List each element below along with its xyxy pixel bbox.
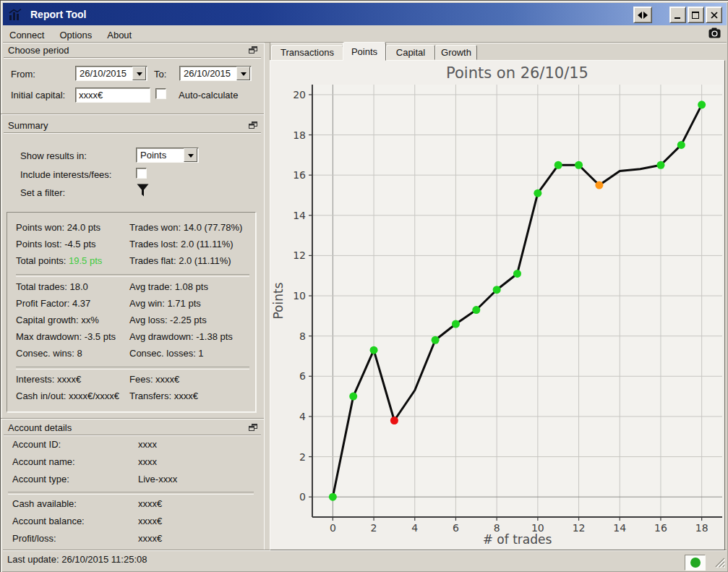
account-separator xyxy=(8,492,254,495)
menu-connect[interactable]: Connect xyxy=(4,28,50,42)
report-tool-window: Report Tool Connect Options About xyxy=(0,0,728,572)
auto-calculate-checkbox[interactable] xyxy=(155,88,166,99)
account-row: Account balance:xxxx€ xyxy=(1,515,261,532)
connection-status-box xyxy=(685,555,706,571)
points-tab-page: 02468101214161802468101214161820Points o… xyxy=(270,60,725,550)
filter-funnel-icon[interactable] xyxy=(137,184,149,200)
total-points-value: 19.5 pts xyxy=(69,255,102,266)
stats-box: Points won: 24.0 ptsTrades won: 14.0 (77… xyxy=(7,212,256,412)
menu-options[interactable]: Options xyxy=(53,28,98,42)
float-pane-icon[interactable] xyxy=(249,46,257,56)
tab-points[interactable]: Points xyxy=(343,42,386,61)
stats-separator xyxy=(16,274,249,277)
resize-button[interactable] xyxy=(633,7,652,23)
chevron-down-icon[interactable] xyxy=(132,67,146,80)
points-chart: 02468101214161802468101214161820Points o… xyxy=(270,61,724,550)
svg-text:12: 12 xyxy=(573,522,586,534)
initial-capital-input[interactable] xyxy=(75,87,150,103)
set-filter-label: Set a filter: xyxy=(20,187,65,198)
tab-capital[interactable]: Capital xyxy=(386,45,435,60)
resize-grip[interactable] xyxy=(713,555,725,570)
menu-about[interactable]: About xyxy=(101,28,137,42)
show-results-value: Points xyxy=(137,150,184,161)
from-label: From: xyxy=(11,69,35,80)
stats-row: Capital growth: xx%Avg loss: -2.25 pts xyxy=(16,314,255,330)
svg-text:0: 0 xyxy=(299,491,306,503)
initial-capital-label: Initial capital: xyxy=(11,90,65,101)
minimize-button[interactable] xyxy=(669,7,686,23)
svg-text:16: 16 xyxy=(654,522,667,534)
connection-status-led-icon xyxy=(690,558,701,568)
svg-text:Points on 26/10/15: Points on 26/10/15 xyxy=(446,64,588,82)
svg-text:10: 10 xyxy=(293,290,306,302)
account-row: Account name:xxxx xyxy=(1,456,261,473)
account-row: Cash available:xxxx€ xyxy=(1,498,261,515)
choose-period-header: Choose period xyxy=(7,45,259,56)
svg-text:6: 6 xyxy=(453,522,459,534)
stats-row: Total trades: 18.0Avg trade: 1.08 pts xyxy=(16,281,255,297)
auto-calculate-label: Auto-calculate xyxy=(179,90,238,101)
horizontal-resize-icon xyxy=(638,12,648,19)
stats-row: Max drawdown: -3.5 ptsAvg drawdown: -1.3… xyxy=(16,330,255,347)
svg-text:12: 12 xyxy=(293,249,306,261)
close-button[interactable] xyxy=(706,7,722,23)
svg-text:8: 8 xyxy=(299,330,306,342)
account-rows: Account ID:xxxxAccount name:xxxxAccount … xyxy=(1,438,261,550)
account-row: Account type:Live-xxxx xyxy=(1,473,261,490)
stats-separator xyxy=(16,367,249,370)
svg-text:4: 4 xyxy=(299,411,306,422)
from-date-combobox[interactable]: 26/10/2015 xyxy=(75,66,147,81)
svg-text:2: 2 xyxy=(371,522,377,534)
show-results-label: Show results in: xyxy=(20,150,87,161)
show-results-combobox[interactable]: Points xyxy=(136,148,199,163)
tab-growth[interactable]: Growth xyxy=(435,45,477,60)
svg-text:4: 4 xyxy=(411,522,418,534)
maximize-icon xyxy=(692,12,700,19)
title-bar[interactable]: Report Tool xyxy=(3,3,727,25)
separator xyxy=(4,132,261,134)
float-pane-icon[interactable] xyxy=(249,121,257,132)
svg-text:18: 18 xyxy=(695,522,708,534)
stats-row: Points won: 24.0 ptsTrades won: 14.0 (77… xyxy=(16,221,255,238)
float-pane-icon[interactable] xyxy=(249,423,257,434)
chevron-down-icon[interactable] xyxy=(184,148,197,162)
svg-text:14: 14 xyxy=(293,210,306,221)
include-fees-checkbox[interactable] xyxy=(136,168,147,179)
to-date-combobox[interactable]: 26/10/2015 xyxy=(179,66,252,81)
choose-period-title: Choose period xyxy=(8,45,69,56)
window-title: Report Tool xyxy=(30,9,87,20)
separator xyxy=(4,57,261,59)
separator xyxy=(4,435,261,436)
include-fees-label: Include interests/fees: xyxy=(20,169,111,180)
maximize-button[interactable] xyxy=(688,7,704,23)
svg-text:6: 6 xyxy=(299,370,306,382)
svg-text:0: 0 xyxy=(330,522,336,534)
pane-separator xyxy=(1,114,264,115)
chevron-down-icon[interactable] xyxy=(236,67,250,80)
app-icon xyxy=(7,7,23,22)
svg-text:16: 16 xyxy=(293,169,306,181)
menu-bar: Connect Options About xyxy=(4,27,726,42)
close-icon xyxy=(711,12,718,19)
account-details-title: Account details xyxy=(8,422,72,433)
stats-row: Cash in/out: xxxx€/xxxx€Transfers: xxxx€ xyxy=(16,390,255,406)
account-details-header: Account details xyxy=(7,422,259,434)
account-row: Account ID:xxxx xyxy=(1,438,261,456)
to-label: To: xyxy=(154,69,166,80)
to-date-value: 26/10/2015 xyxy=(180,68,236,79)
minimize-icon xyxy=(675,12,681,19)
tab-transactions[interactable]: Transactions xyxy=(271,45,343,60)
stats-row: Consec. wins: 8Consec. losses: 1 xyxy=(16,347,255,364)
summary-title: Summary xyxy=(8,120,48,131)
svg-text:Points: Points xyxy=(271,282,286,319)
svg-text:14: 14 xyxy=(613,522,626,534)
stats-row: Interests: xxxx€Fees: xxxx€ xyxy=(16,373,255,390)
screenshot-camera-icon[interactable] xyxy=(708,27,721,40)
svg-text:# of trades: # of trades xyxy=(483,532,552,547)
stats-row: Points lost: -4.5 ptsTrades lost: 2.0 (1… xyxy=(16,238,255,255)
svg-text:20: 20 xyxy=(293,89,306,101)
svg-text:2: 2 xyxy=(299,451,306,463)
svg-text:18: 18 xyxy=(293,129,306,141)
from-date-value: 26/10/2015 xyxy=(76,68,132,79)
last-update-status: Last update: 26/10/2015 11:25:08 xyxy=(7,554,147,565)
